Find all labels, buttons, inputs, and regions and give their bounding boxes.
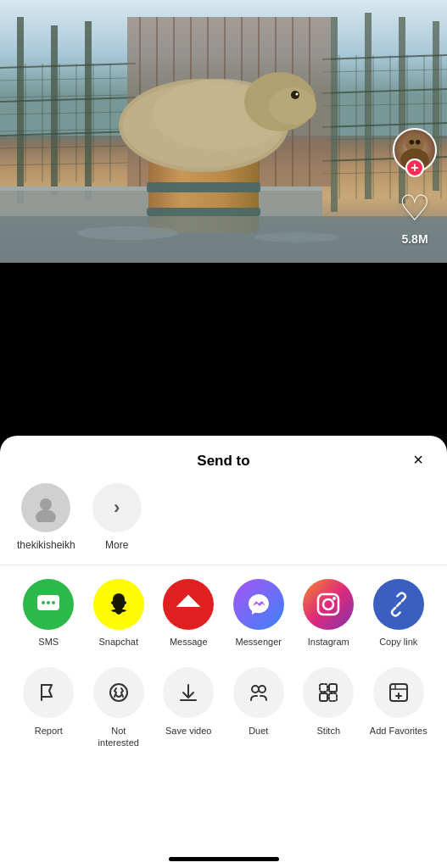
svg-point-57 (148, 124, 259, 144)
svg-line-19 (0, 163, 127, 165)
app-message[interactable]: Message (154, 579, 224, 647)
stitch-icon-circle (303, 667, 354, 718)
like-button[interactable]: ♡ 5.8M (399, 187, 431, 246)
duet-icon (248, 682, 270, 704)
app-sms[interactable]: SMS (14, 579, 84, 647)
more-label: More (105, 539, 128, 551)
heart-icon: ♡ (399, 187, 431, 229)
stitch-label: Stitch (316, 725, 340, 737)
snapchat-label: Snapchat (99, 637, 138, 647)
svg-rect-21 (365, 13, 372, 199)
apps-row: SMS Snapchat Message (0, 579, 447, 660)
action-add-favorites[interactable]: Add Favorites (364, 667, 434, 749)
svg-line-24 (322, 55, 447, 59)
video-background (0, 0, 447, 263)
contact-item-more[interactable]: › More (92, 483, 142, 551)
follow-button[interactable]: + (405, 159, 424, 177)
not-interested-label: Not interested (93, 725, 144, 749)
svg-rect-0 (0, 0, 447, 136)
svg-line-14 (0, 78, 127, 81)
svg-point-63 (291, 91, 299, 99)
svg-line-5 (0, 64, 136, 68)
svg-line-7 (0, 131, 136, 136)
svg-rect-91 (320, 693, 327, 701)
svg-line-35 (322, 70, 447, 72)
svg-line-16 (0, 112, 127, 114)
svg-line-36 (322, 103, 447, 106)
svg-point-88 (259, 686, 265, 693)
svg-point-62 (269, 87, 316, 125)
svg-rect-2 (17, 17, 24, 203)
contact-name: thekikisheikh (17, 539, 75, 551)
add-favorites-icon-circle (373, 667, 424, 718)
svg-rect-90 (329, 684, 337, 692)
send-to-sheet: Send to × thekikisheikh › More (0, 436, 447, 868)
copy-label: Copy link (379, 637, 417, 647)
action-not-interested[interactable]: Not interested (84, 667, 154, 749)
action-save-video[interactable]: Save video (154, 667, 224, 749)
app-snapchat[interactable]: Snapchat (84, 579, 154, 647)
app-copy[interactable]: Copy link (364, 579, 434, 647)
not-interested-icon (108, 682, 130, 704)
action-report[interactable]: Report (14, 667, 84, 749)
svg-line-84 (397, 603, 400, 606)
divider (0, 565, 447, 565)
svg-line-25 (322, 89, 447, 93)
add-favorites-label: Add Favorites (370, 725, 427, 737)
video-ui-right: + ♡ 5.8M (393, 128, 437, 246)
svg-point-72 (40, 498, 52, 510)
svg-line-26 (322, 123, 447, 127)
svg-rect-1 (0, 220, 447, 263)
svg-point-60 (153, 79, 288, 150)
message-label: Message (170, 637, 208, 647)
close-button[interactable]: × (405, 446, 432, 473)
contacts-row: thekikisheikh › More (0, 483, 447, 565)
creator-avatar[interactable]: + (393, 128, 437, 172)
sms-icon (23, 579, 74, 630)
svg-point-66 (76, 226, 178, 240)
action-duet[interactable]: Duet (224, 667, 294, 749)
contact-item-user[interactable]: thekikisheikh (17, 483, 75, 551)
svg-point-77 (52, 601, 55, 604)
svg-rect-92 (329, 693, 337, 701)
fence-overlay (0, 0, 447, 263)
svg-point-59 (123, 83, 284, 168)
contact-avatar (21, 483, 70, 532)
save-video-icon-circle (163, 667, 214, 718)
copy-link-icon (373, 579, 424, 630)
like-count: 5.8M (401, 232, 427, 246)
svg-rect-65 (0, 216, 447, 263)
svg-line-17 (0, 129, 127, 131)
svg-rect-56 (147, 208, 260, 216)
svg-point-71 (416, 140, 421, 145)
add-favorites-icon (388, 682, 410, 704)
actions-row: Report Not interested (0, 660, 447, 749)
duet-label: Duet (249, 725, 268, 737)
svg-rect-55 (147, 182, 260, 192)
svg-point-70 (410, 140, 415, 145)
svg-marker-79 (178, 596, 198, 606)
svg-rect-4 (85, 21, 92, 199)
messenger-label: Messenger (236, 637, 282, 647)
svg-rect-53 (148, 131, 259, 233)
stitch-icon (317, 682, 339, 704)
duet-icon-circle (233, 667, 284, 718)
action-stitch[interactable]: Stitch (293, 667, 364, 749)
svg-rect-3 (51, 25, 58, 195)
svg-rect-39 (127, 17, 331, 186)
svg-point-76 (47, 601, 50, 604)
app-messenger[interactable]: Messenger (224, 579, 294, 647)
sheet-title: Send to (197, 453, 249, 470)
svg-point-58 (119, 79, 288, 172)
report-icon (37, 682, 59, 704)
svg-point-83 (332, 597, 336, 600)
snapchat-icon (93, 579, 144, 630)
svg-rect-89 (320, 684, 327, 692)
message-icon (163, 579, 214, 630)
app-instagram[interactable]: Instagram (293, 579, 364, 647)
svg-rect-54 (147, 151, 260, 161)
instagram-label: Instagram (308, 637, 349, 647)
video-content[interactable]: + ♡ 5.8M (0, 0, 447, 263)
svg-rect-20 (331, 17, 338, 212)
svg-point-87 (252, 686, 259, 693)
